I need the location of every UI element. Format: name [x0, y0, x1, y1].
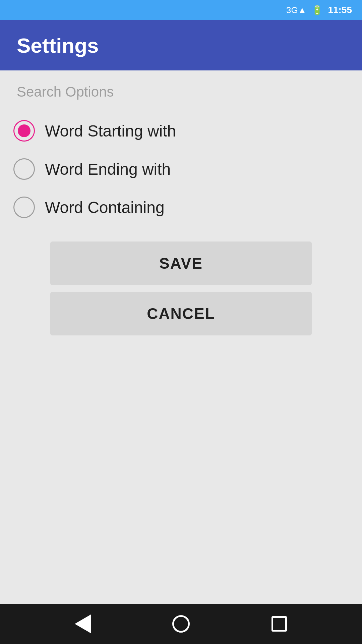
home-icon	[172, 615, 190, 633]
clock: 11:55	[328, 5, 352, 15]
app-bar: Settings	[0, 20, 362, 70]
home-button[interactable]	[168, 610, 194, 637]
label-word-ending: Word Ending with	[45, 160, 171, 178]
main-content: Search Options Word Starting with Word E…	[0, 70, 362, 604]
status-bar: 3G▲ 🔋 11:55	[0, 0, 362, 20]
save-button[interactable]: SAVE	[50, 241, 312, 285]
search-options-group: Word Starting with Word Ending with Word…	[10, 113, 352, 225]
option-word-starting[interactable]: Word Starting with	[10, 113, 352, 148]
cancel-button[interactable]: CANCEL	[50, 292, 312, 335]
section-title: Search Options	[10, 84, 352, 100]
option-word-containing[interactable]: Word Containing	[10, 190, 352, 225]
radio-word-starting[interactable]	[13, 120, 35, 142]
recents-icon	[272, 616, 287, 632]
label-word-starting: Word Starting with	[45, 122, 176, 140]
radio-word-containing[interactable]	[13, 197, 35, 218]
label-word-containing: Word Containing	[45, 198, 165, 217]
option-word-ending[interactable]: Word Ending with	[10, 152, 352, 186]
signal-icon: 3G▲	[286, 5, 306, 15]
back-button[interactable]	[69, 610, 96, 637]
page-title: Settings	[17, 34, 99, 57]
back-icon	[75, 614, 91, 633]
battery-icon: 🔋	[312, 5, 322, 15]
button-group: SAVE CANCEL	[10, 241, 352, 335]
recents-button[interactable]	[266, 610, 293, 637]
nav-bar	[0, 604, 362, 644]
radio-word-ending[interactable]	[13, 158, 35, 180]
